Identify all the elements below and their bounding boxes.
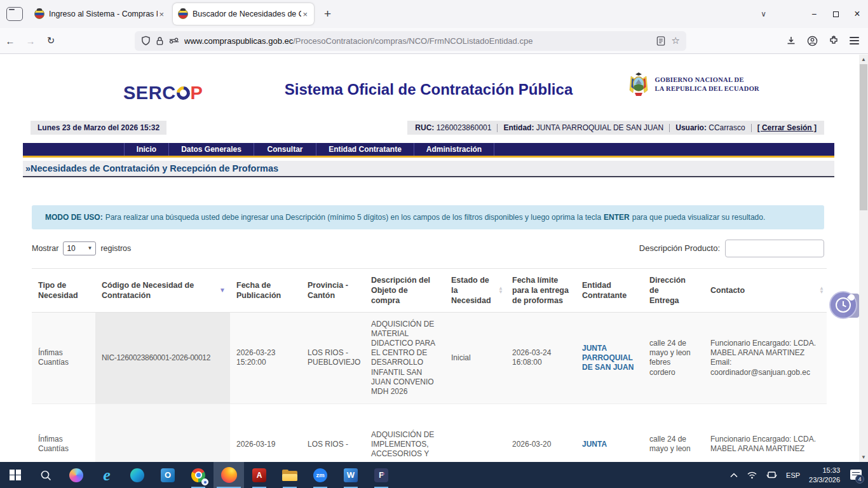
- scroll-down-icon[interactable]: ▼: [859, 452, 868, 462]
- start-button[interactable]: [0, 462, 31, 488]
- cell-estado: [445, 403, 506, 462]
- clock-icon: [836, 297, 851, 313]
- taskbar-firefox-button[interactable]: [214, 462, 244, 488]
- tray-chevron-up-icon[interactable]: [730, 473, 738, 478]
- permissions-icon[interactable]: [169, 37, 179, 44]
- taskbar-chrome-button[interactable]: [183, 462, 214, 488]
- taskbar-ie-button[interactable]: e: [92, 462, 122, 488]
- nav-datos-generales[interactable]: Datos Generales: [169, 143, 254, 156]
- col-descripcion-objeto[interactable]: Descripción del Objeto de compra: [365, 269, 445, 313]
- filter-label: Descripción Producto:: [639, 243, 720, 253]
- cell-tipo: Ínfimas Cuantías: [32, 403, 95, 462]
- cell-tipo: Ínfimas Cuantías: [32, 313, 95, 404]
- nav-consultar[interactable]: Consultar: [254, 143, 316, 156]
- taskbar-copilot-button[interactable]: [61, 462, 92, 488]
- shield-icon[interactable]: [141, 36, 151, 46]
- zoom-app-icon: zm: [313, 468, 327, 482]
- reader-mode-icon[interactable]: [656, 36, 665, 46]
- reload-button[interactable]: ↻: [41, 35, 61, 46]
- table-row: Ínfimas Cuantías NIC-1260023860001-2026-…: [32, 313, 827, 404]
- taskbar-word-button[interactable]: W: [336, 462, 366, 488]
- nav-entidad-contratante[interactable]: Entidad Contratante: [316, 143, 414, 156]
- forward-button[interactable]: →: [20, 36, 41, 46]
- session-info-bar: RUC: 1260023860001 Entidad: JUNTA PARROQ…: [407, 121, 824, 135]
- close-tab-icon[interactable]: ×: [158, 10, 165, 19]
- search-icon: [39, 469, 52, 482]
- show-entries-select[interactable]: 10 ▼: [63, 241, 96, 255]
- site-header: SERC P Sistema Oficial de Contratación P…: [23, 55, 834, 143]
- col-direccion-entrega[interactable]: Dirección de Entrega: [643, 269, 704, 313]
- wifi-icon[interactable]: [747, 471, 757, 479]
- url-text[interactable]: www.compraspublicas.gob.ec/ProcesoContra…: [184, 36, 656, 46]
- chevron-down-icon: ▼: [87, 245, 92, 251]
- nav-inicio[interactable]: Inicio: [125, 143, 169, 156]
- windows-logo-icon: [10, 470, 21, 481]
- tray-date: 23/3/2026: [809, 475, 840, 485]
- col-entidad-contratante[interactable]: Entidad Contratante: [576, 269, 643, 313]
- entity-value: JUNTA PARROQUIAL DE SAN JUAN: [536, 123, 663, 132]
- cell-provincia: LOS RIOS -: [301, 403, 365, 462]
- taskbar-outlook-button[interactable]: O: [153, 462, 183, 488]
- tray-time: 15:33: [809, 466, 840, 475]
- taskbar-acrobat-button[interactable]: A: [244, 462, 275, 488]
- entidad-link[interactable]: JUNTA: [582, 440, 607, 449]
- page-viewport: SERC P Sistema Oficial de Contratación P…: [0, 55, 859, 462]
- col-estado-necesidad[interactable]: Estado de la Necesidad▲▼: [445, 269, 506, 313]
- tab-title: Buscador de Necesidades de Co: [193, 10, 301, 18]
- col-fecha-limite[interactable]: Fecha límite para la entrega de proforma…: [506, 269, 576, 313]
- entidad-link[interactable]: JUNTA PARROQUIAL DE SAN JUAN: [582, 344, 634, 372]
- lock-icon[interactable]: [156, 36, 164, 46]
- tab-ingreso[interactable]: Ingreso al Sistema - Compras P ×: [29, 3, 170, 25]
- records-label: registros: [100, 244, 131, 253]
- minimize-button[interactable]: −: [803, 4, 825, 24]
- menu-icon[interactable]: [850, 35, 859, 46]
- tab-buscador[interactable]: Buscador de Necesidades de Co ×: [173, 3, 314, 25]
- taskbar-edge-button[interactable]: [122, 462, 153, 488]
- scrollbar-thumb[interactable]: [860, 64, 867, 210]
- logout-link[interactable]: [ Cerrar Sesión ]: [757, 123, 817, 132]
- taskbar-zoom-button[interactable]: zm: [305, 462, 336, 488]
- file-explorer-icon: [282, 470, 297, 481]
- ruc-value: 1260023860001: [437, 123, 492, 132]
- restore-button[interactable]: [825, 4, 846, 24]
- cell-contacto: Funcionario Encargado: LCDA. MABEL ARANA…: [704, 403, 827, 462]
- list-all-tabs-icon[interactable]: ∨: [761, 10, 766, 18]
- close-window-button[interactable]: ×: [846, 4, 868, 24]
- taskbar-search-button[interactable]: [31, 462, 61, 488]
- col-provincia-canton[interactable]: Provincia - Cantón: [301, 269, 365, 313]
- tray-device-icon[interactable]: [766, 471, 777, 480]
- language-indicator[interactable]: ESP: [786, 471, 800, 479]
- cell-contacto: Funcionario Encargado: LCDA. MABEL ARANA…: [704, 313, 827, 404]
- tray-clock[interactable]: 15:33 23/3/2026: [809, 466, 840, 485]
- back-button[interactable]: ←: [0, 36, 20, 46]
- taskbar-app-f-button[interactable]: F≡: [366, 462, 397, 488]
- col-tipo-necesidad[interactable]: Tipo de Necesidad: [32, 269, 95, 313]
- vertical-scrollbar[interactable]: ▲ ▼: [859, 55, 868, 462]
- internet-explorer-icon: e: [103, 467, 111, 484]
- downloads-icon[interactable]: [786, 36, 796, 46]
- sort-toggle-icon[interactable]: ▲▼: [819, 287, 824, 294]
- extensions-icon[interactable]: [829, 36, 839, 46]
- ecuador-favicon: [178, 9, 188, 19]
- col-codigo-necesidad[interactable]: Código de Necesidad de Contratación▼: [95, 269, 230, 313]
- cell-fecha-publicacion: 2026-03-19: [230, 403, 301, 462]
- firefox-view-icon[interactable]: [6, 7, 23, 21]
- tab-title: Ingreso al Sistema - Compras P: [49, 10, 158, 18]
- nav-administracion[interactable]: Administración: [414, 143, 494, 156]
- account-icon[interactable]: [807, 36, 818, 46]
- sort-toggle-icon[interactable]: ▲▼: [498, 287, 503, 294]
- descripcion-producto-input[interactable]: [725, 240, 824, 257]
- close-tab-icon[interactable]: ×: [301, 10, 309, 19]
- scroll-up-icon[interactable]: ▲: [859, 55, 868, 64]
- col-fecha-publicacion[interactable]: Fecha de Publicación: [230, 269, 301, 313]
- new-tab-button[interactable]: +: [320, 6, 335, 22]
- taskbar-explorer-button[interactable]: [275, 462, 305, 488]
- bookmark-star-icon[interactable]: ☆: [672, 35, 680, 46]
- address-bar[interactable]: www.compraspublicas.gob.ec/ProcesoContra…: [135, 31, 686, 51]
- cell-direccion: calle 24 de mayo y leon: [643, 403, 704, 462]
- notification-count-badge: 4: [855, 475, 864, 484]
- notifications-button[interactable]: 4: [849, 470, 862, 481]
- col-contacto[interactable]: Contacto▲▼: [704, 269, 827, 313]
- timer-extension-widget[interactable]: [829, 291, 857, 319]
- sort-descending-icon[interactable]: ▼: [219, 287, 226, 295]
